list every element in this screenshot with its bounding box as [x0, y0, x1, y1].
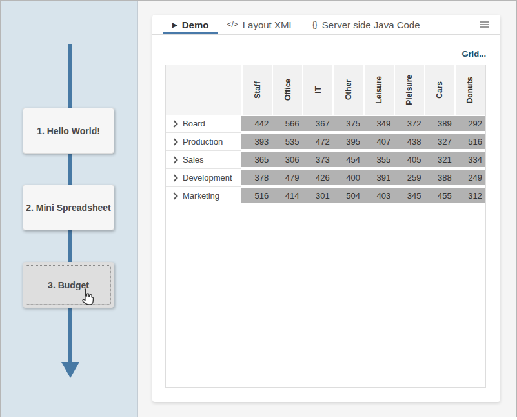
grid-cell[interactable]: 426 — [303, 170, 333, 185]
tab-layout-xml[interactable]: </>Layout XML — [218, 15, 303, 34]
flow-arrow-head-icon — [61, 362, 79, 378]
column-header-label: Donuts — [465, 77, 474, 103]
tab-server-side-java-code[interactable]: {}Server side Java Code — [303, 15, 429, 34]
grid-cell[interactable]: 516 — [241, 188, 272, 203]
grid-cell[interactable]: 375 — [333, 116, 363, 131]
grid-cell[interactable]: 479 — [272, 170, 302, 185]
expand-chevron-icon — [170, 120, 177, 127]
main-area: ▶Demo</>Layout XML{}Server side Java Cod… — [138, 1, 516, 417]
grid-cell[interactable]: 472 — [303, 134, 333, 149]
grid-cell[interactable]: 345 — [394, 188, 424, 203]
grid-cell[interactable]: 372 — [394, 116, 424, 131]
code-icon: </> — [227, 20, 238, 29]
grid-cell[interactable]: 504 — [333, 188, 363, 203]
column-header-label: Staff — [253, 81, 262, 99]
tab-bar: ▶Demo</>Layout XML{}Server side Java Cod… — [152, 15, 500, 35]
grid-cell[interactable]: 407 — [363, 134, 394, 149]
tab-label: Server side Java Code — [322, 19, 420, 30]
sidebar-step-button-2[interactable]: 2. Mini Spreadsheet — [23, 185, 114, 230]
app-window: 1. Hello World!2. Mini Spreadsheet3. Bud… — [0, 0, 517, 417]
expand-chevron-icon — [170, 138, 177, 145]
table-row: Marketing516414301504403345455312 — [166, 187, 485, 205]
tab-label: Demo — [182, 19, 209, 30]
grid-cell[interactable]: 373 — [303, 152, 333, 167]
column-header-pleisure[interactable]: Pleisure — [395, 65, 424, 115]
table-row: Development378479426400391259388249 — [166, 169, 485, 187]
expand-chevron-icon — [170, 192, 177, 199]
row-label-production[interactable]: Production — [166, 133, 241, 151]
row-values: 516414301504403345455312 — [241, 187, 485, 205]
grid-cell[interactable]: 535 — [272, 134, 302, 149]
grid-cell[interactable]: 301 — [303, 188, 333, 203]
grid-cell[interactable]: 306 — [272, 152, 302, 167]
column-header-label: Cars — [435, 81, 444, 99]
grid-cell[interactable]: 455 — [425, 188, 455, 203]
sidebar-step-button-3[interactable]: 3. Budget — [23, 262, 114, 308]
row-label-board[interactable]: Board — [166, 115, 241, 133]
grid-cell[interactable]: 259 — [394, 170, 424, 185]
column-header-other[interactable]: Other — [334, 65, 363, 115]
grid-cell[interactable]: 349 — [363, 116, 394, 131]
grid-cell[interactable]: 566 — [272, 116, 302, 131]
grid-corner-cell — [166, 65, 241, 115]
column-header-donuts[interactable]: Donuts — [456, 65, 485, 115]
grid-cell[interactable]: 442 — [241, 116, 272, 131]
grid-cell[interactable]: 403 — [363, 188, 394, 203]
row-label-sales[interactable]: Sales — [166, 151, 241, 169]
grid-cell[interactable]: 249 — [455, 170, 485, 185]
column-header-label: Pleisure — [405, 75, 414, 105]
grid-cell[interactable]: 312 — [455, 188, 485, 203]
expand-chevron-icon — [170, 174, 177, 181]
column-header-it[interactable]: IT — [303, 65, 332, 115]
column-header-cars[interactable]: Cars — [425, 65, 454, 115]
grid-cell[interactable]: 405 — [394, 152, 424, 167]
play-icon: ▶ — [172, 21, 177, 28]
column-header-label: Office — [283, 79, 292, 101]
table-row: Board442566367375349372389292 — [166, 115, 485, 133]
grid-cell[interactable]: 334 — [455, 152, 485, 167]
grid-header-row: StaffOfficeITOtherLeisurePleisureCarsDon… — [166, 65, 485, 115]
grid-link[interactable]: Grid... — [461, 49, 486, 59]
grid-cell[interactable]: 438 — [394, 134, 424, 149]
grid-cell[interactable]: 292 — [455, 116, 485, 131]
sidebar-step-button-1[interactable]: 1. Hello World! — [23, 108, 114, 154]
table-row: Production393535472395407438327516 — [166, 133, 485, 151]
budget-grid: StaffOfficeITOtherLeisurePleisureCarsDon… — [165, 65, 486, 388]
row-values: 365306373454355405321334 — [241, 151, 485, 169]
hamburger-menu-icon[interactable] — [478, 19, 491, 30]
grid-cell[interactable]: 327 — [425, 134, 455, 149]
column-header-staff[interactable]: Staff — [243, 65, 272, 115]
grid-cell[interactable]: 391 — [363, 170, 394, 185]
grid-cell[interactable]: 414 — [272, 188, 302, 203]
grid-cell[interactable]: 389 — [425, 116, 455, 131]
row-label-text: Production — [183, 137, 223, 146]
column-header-label: Leisure — [374, 76, 383, 104]
row-values: 393535472395407438327516 — [241, 133, 485, 151]
column-header-office[interactable]: Office — [273, 65, 302, 115]
grid-cell[interactable]: 321 — [425, 152, 455, 167]
table-row: Sales365306373454355405321334 — [166, 151, 485, 169]
expand-chevron-icon — [170, 156, 177, 163]
grid-cell[interactable]: 395 — [333, 134, 363, 149]
grid-cell[interactable]: 367 — [303, 116, 333, 131]
row-label-development[interactable]: Development — [166, 169, 241, 187]
row-label-text: Marketing — [183, 191, 219, 201]
row-label-marketing[interactable]: Marketing — [166, 187, 241, 205]
grid-cell[interactable]: 400 — [333, 170, 363, 185]
grid-cell[interactable]: 365 — [241, 152, 272, 167]
row-label-text: Board — [183, 119, 205, 128]
row-label-text: Development — [183, 173, 232, 183]
tab-demo[interactable]: ▶Demo — [163, 15, 218, 34]
column-header-label: Other — [344, 79, 353, 100]
grid-cell[interactable]: 378 — [241, 170, 272, 185]
tab-label: Layout XML — [243, 19, 294, 30]
grid-cell[interactable]: 355 — [363, 152, 394, 167]
grid-cell[interactable]: 388 — [425, 170, 455, 185]
grid-cell[interactable]: 516 — [455, 134, 485, 149]
grid-cell[interactable]: 454 — [333, 152, 363, 167]
column-header-leisure[interactable]: Leisure — [365, 65, 394, 115]
row-values: 378479426400391259388249 — [241, 169, 485, 187]
column-header-label: IT — [314, 86, 323, 94]
grid-cell[interactable]: 393 — [241, 134, 272, 149]
row-label-text: Sales — [183, 155, 204, 165]
